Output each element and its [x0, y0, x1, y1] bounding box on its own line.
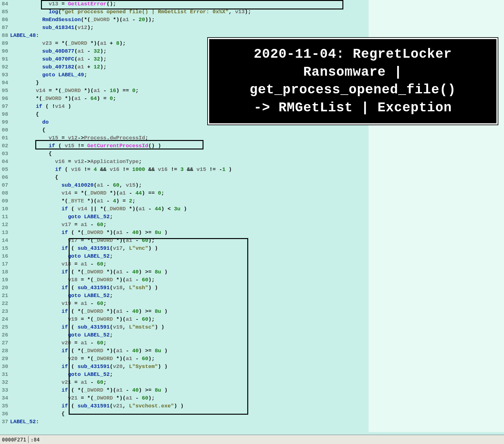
status-col: :84	[31, 436, 40, 444]
line-number: 31	[0, 371, 8, 378]
line-number: 96	[0, 95, 8, 102]
line-number: 01	[0, 134, 8, 142]
annotation-card: 2020-11-04: RegretLocker Ransomware | ge…	[208, 38, 498, 125]
status-separator-icon	[28, 436, 29, 443]
line-number: 12	[0, 221, 8, 229]
line-number: 26	[0, 331, 8, 339]
line-number: 99	[0, 118, 8, 126]
line-number: 27	[0, 339, 8, 347]
line-number: 97	[0, 102, 8, 110]
line-number: 09	[0, 197, 8, 205]
line-number: 08	[0, 189, 8, 197]
line-number: 84	[0, 0, 8, 8]
line-number: 14	[0, 237, 8, 244]
line-number: 11	[0, 213, 8, 221]
line-number: 15	[0, 244, 8, 252]
line-number: 36	[0, 410, 8, 418]
line-number: 92	[0, 63, 8, 71]
line-number: 98	[0, 110, 8, 118]
line-number: 91	[0, 55, 8, 63]
line-number: 04	[0, 158, 8, 166]
line-number: 89	[0, 39, 8, 47]
annot-line2: Ransomware |	[218, 63, 488, 81]
line-number: 93	[0, 71, 8, 79]
line-number: 90	[0, 47, 8, 55]
line-number-gutter: 8485868788899091929394959697989900010203…	[0, 0, 9, 426]
status-bar: 0000F271 :84	[0, 435, 504, 444]
line-number: 87	[0, 24, 8, 32]
line-number: 16	[0, 252, 8, 260]
line-number: 37	[0, 418, 8, 426]
line-number: 23	[0, 307, 8, 315]
line-number: 18	[0, 268, 8, 276]
line-number: 88	[0, 32, 8, 39]
line-number: 07	[0, 181, 8, 189]
line-number: 06	[0, 173, 8, 181]
line-number: 32	[0, 378, 8, 386]
line-number: 17	[0, 260, 8, 268]
line-number: 10	[0, 205, 8, 213]
line-number: 25	[0, 323, 8, 331]
line-number: 20	[0, 284, 8, 292]
line-number: 03	[0, 150, 8, 158]
line-number: 30	[0, 363, 8, 371]
line-number: 28	[0, 347, 8, 355]
annot-line4: -> RMGetList | Exception	[218, 99, 488, 117]
line-number: 19	[0, 276, 8, 284]
line-number: 33	[0, 386, 8, 394]
line-number: 86	[0, 16, 8, 24]
line-number: 22	[0, 300, 8, 307]
status-addr: 0000F271	[2, 436, 26, 444]
line-number: 02	[0, 142, 8, 150]
annot-line3: get_process_opened_file()	[218, 81, 488, 99]
line-number: 13	[0, 229, 8, 237]
line-number: 29	[0, 355, 8, 363]
annot-line1: 2020-11-04: RegretLocker	[218, 45, 488, 63]
line-number: 05	[0, 166, 8, 173]
line-number: 35	[0, 402, 8, 410]
line-number: 00	[0, 126, 8, 134]
line-number: 85	[0, 8, 8, 16]
line-number: 34	[0, 394, 8, 402]
line-number: 24	[0, 315, 8, 323]
line-number: 21	[0, 292, 8, 300]
line-number: 95	[0, 87, 8, 95]
line-number: 94	[0, 79, 8, 87]
